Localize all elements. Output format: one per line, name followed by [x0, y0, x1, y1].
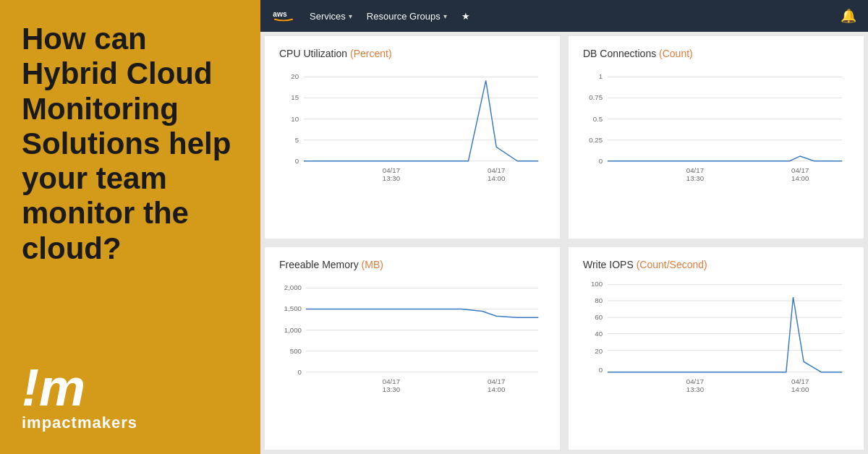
svg-text:04/17: 04/17 — [383, 377, 400, 385]
iops-chart-unit: (Count/Second) — [637, 259, 707, 270]
svg-text:1: 1 — [599, 72, 603, 80]
memory-chart-card: Freeable Memory (MB) 2,000 1,500 1,000 5… — [265, 247, 560, 450]
svg-text:2,000: 2,000 — [284, 283, 302, 291]
svg-text:04/17: 04/17 — [686, 377, 704, 385]
iops-chart-body: 100 80 60 40 20 0 04/17 13:30 04 — [583, 278, 849, 441]
svg-text:1,500: 1,500 — [284, 304, 302, 312]
svg-text:5: 5 — [295, 136, 299, 144]
svg-text:14:00: 14:00 — [488, 385, 505, 393]
svg-text:0.75: 0.75 — [589, 93, 603, 101]
resource-groups-nav[interactable]: Resource Groups ▾ — [367, 11, 447, 22]
svg-text:13:30: 13:30 — [383, 385, 400, 393]
svg-text:0.5: 0.5 — [593, 115, 603, 123]
svg-text:04/17: 04/17 — [488, 166, 505, 174]
services-nav[interactable]: Services ▾ — [310, 11, 352, 22]
svg-text:100: 100 — [591, 280, 603, 288]
svg-text:20: 20 — [291, 72, 299, 80]
db-chart-body: 1 0.75 0.5 0.25 0 04/17 13:30 04/17 14:0… — [583, 67, 849, 230]
services-chevron-icon: ▾ — [349, 12, 352, 20]
svg-text:13:30: 13:30 — [686, 385, 704, 393]
svg-text:1,000: 1,000 — [284, 326, 302, 334]
iops-chart-title: Write IOPS (Count/Second) — [583, 259, 849, 270]
db-chart-title: DB Connections (Count) — [583, 48, 849, 59]
iops-chart-card: Write IOPS (Count/Second) 100 80 60 40 2… — [569, 247, 864, 450]
cpu-chart-unit: (Percent) — [350, 48, 392, 59]
svg-text:0.25: 0.25 — [589, 136, 603, 144]
svg-text:04/17: 04/17 — [791, 166, 809, 174]
memory-chart-title: Freeable Memory (MB) — [279, 259, 545, 270]
cpu-chart-body: 20 15 10 5 0 04/17 13:30 04/17 14:00 — [279, 67, 545, 230]
svg-text:14:00: 14:00 — [791, 385, 809, 393]
svg-text:0: 0 — [298, 368, 302, 376]
pin-icon: ★ — [461, 11, 470, 22]
memory-chart-unit: (MB) — [362, 259, 383, 270]
logo-area: !m impactmakers — [22, 361, 239, 432]
svg-text:04/17: 04/17 — [686, 166, 704, 174]
svg-text:13:30: 13:30 — [383, 174, 400, 182]
svg-text:13:30: 13:30 — [686, 174, 704, 182]
cpu-chart-svg: 20 15 10 5 0 04/17 13:30 04/17 14:00 — [279, 67, 545, 186]
svg-text:04/17: 04/17 — [383, 166, 400, 174]
logo-text: impactmakers — [22, 414, 137, 432]
resource-groups-label: Resource Groups — [367, 11, 441, 22]
pin-nav[interactable]: ★ — [461, 11, 470, 22]
svg-text:04/17: 04/17 — [791, 377, 809, 385]
memory-chart-body: 2,000 1,500 1,000 500 0 04/17 13:30 04/1… — [279, 278, 545, 441]
right-panel: aws Services ▾ Resource Groups ▾ ★ 🔔 CPU… — [260, 0, 868, 454]
svg-text:aws: aws — [273, 10, 287, 18]
svg-text:20: 20 — [595, 347, 603, 355]
svg-text:14:00: 14:00 — [488, 174, 505, 182]
svg-text:80: 80 — [595, 296, 603, 304]
svg-text:15: 15 — [291, 93, 299, 101]
svg-text:14:00: 14:00 — [791, 174, 809, 182]
services-label: Services — [310, 11, 346, 22]
svg-text:0: 0 — [599, 366, 603, 374]
svg-text:0: 0 — [599, 157, 603, 165]
cpu-chart-title: CPU Utilization (Percent) — [279, 48, 545, 59]
memory-chart-svg: 2,000 1,500 1,000 500 0 04/17 13:30 04/1… — [279, 278, 545, 397]
db-chart-card: DB Connections (Count) 1 0.75 0.5 0.25 0 — [569, 36, 864, 239]
svg-text:500: 500 — [290, 347, 302, 355]
charts-area: CPU Utilization (Percent) 20 15 10 5 0 — [260, 32, 868, 454]
headline: How can Hybrid Cloud Monitoring Solution… — [22, 22, 239, 266]
iops-chart-svg: 100 80 60 40 20 0 04/17 13:30 04 — [583, 278, 849, 397]
svg-text:10: 10 — [291, 115, 299, 123]
logo-symbol: !m — [22, 361, 85, 414]
svg-text:60: 60 — [595, 313, 603, 321]
db-chart-unit: (Count) — [659, 48, 693, 59]
svg-text:0: 0 — [295, 157, 299, 165]
cpu-chart-card: CPU Utilization (Percent) 20 15 10 5 0 — [265, 36, 560, 239]
resource-groups-chevron-icon: ▾ — [443, 12, 447, 20]
aws-navbar: aws Services ▾ Resource Groups ▾ ★ 🔔 — [260, 0, 868, 32]
aws-logo: aws — [272, 9, 295, 23]
aws-logo-icon: aws — [272, 9, 295, 23]
notification-bell-icon[interactable]: 🔔 — [841, 8, 856, 24]
svg-text:04/17: 04/17 — [488, 377, 505, 385]
svg-text:40: 40 — [595, 330, 603, 338]
left-panel: How can Hybrid Cloud Monitoring Solution… — [0, 0, 260, 454]
db-chart-svg: 1 0.75 0.5 0.25 0 04/17 13:30 04/17 14:0… — [583, 67, 849, 186]
